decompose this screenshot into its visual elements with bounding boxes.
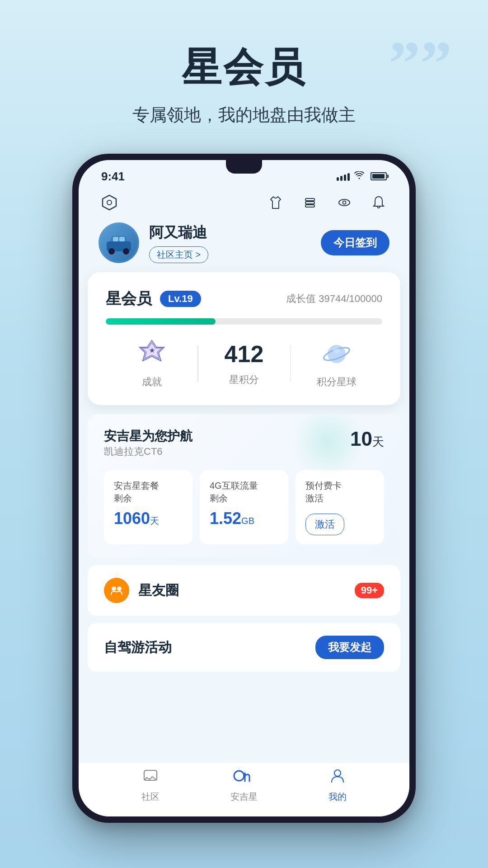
planet-icon <box>321 338 352 370</box>
service-activate-title: 预付费卡激活 <box>305 479 374 505</box>
phone-screen: 9:41 <box>79 160 409 816</box>
service-data-value: 1.52GB <box>210 509 278 528</box>
progress-bar <box>106 318 382 325</box>
checkin-button[interactable]: 今日签到 <box>321 230 389 255</box>
anjistar-days: 10天 <box>350 428 384 450</box>
svg-rect-3 <box>305 202 314 204</box>
svg-point-12 <box>123 248 129 255</box>
nav-icons-right <box>265 192 389 213</box>
anjistar-subtitle: 凯迪拉克CT6 <box>104 445 192 458</box>
svg-point-11 <box>108 248 115 255</box>
member-title: 星会员 <box>106 288 152 309</box>
status-bar: 9:41 <box>79 160 409 187</box>
service-item-data[interactable]: 4G互联流量剩余 1.52GB <box>200 470 288 544</box>
star-circle-badge: 99+ <box>355 583 384 598</box>
user-info: 阿又瑞迪 社区主页 > <box>149 223 208 263</box>
hexagon-icon[interactable] <box>99 192 120 213</box>
service-item-package[interactable]: 安吉星套餐剩余 1060天 <box>104 470 192 544</box>
planet-stat[interactable]: 积分星球 <box>291 338 382 389</box>
anjistar-card: 安吉星为您护航 凯迪拉克CT6 10天 安吉星套餐剩余 1060天 <box>88 414 400 558</box>
svg-point-19 <box>112 586 116 591</box>
star-circle-title: 星友圈 <box>138 581 179 600</box>
service-item-activate[interactable]: 预付费卡激活 激活 <box>296 470 384 544</box>
user-row: 阿又瑞迪 社区主页 > 今日签到 <box>79 218 409 272</box>
service-package-title: 安吉星套餐剩余 <box>114 479 183 505</box>
star-points-label: 星积分 <box>229 373 259 387</box>
planet-label: 积分星球 <box>317 375 357 389</box>
phone-mockup: 9:41 <box>72 154 416 823</box>
shirt-icon[interactable] <box>265 192 286 213</box>
svg-point-5 <box>339 199 350 206</box>
tab-community-label: 社区 <box>141 791 160 803</box>
road-trip-button[interactable]: 我要发起 <box>315 636 384 659</box>
signal-bars-icon <box>337 172 350 181</box>
svg-rect-9 <box>113 237 118 241</box>
page-subtitle: 专属领地，我的地盘由我做主 <box>0 104 488 127</box>
bell-icon[interactable] <box>368 192 389 213</box>
member-title-row: 星会员 Lv.19 <box>106 288 201 309</box>
svg-point-1 <box>107 200 112 205</box>
member-stats: ★ 成就 412 星积分 <box>106 338 382 389</box>
community-tab-icon <box>142 768 159 788</box>
svg-point-23 <box>334 770 341 776</box>
layers-icon[interactable] <box>299 192 321 213</box>
page-title: 星会员 <box>0 41 488 94</box>
svg-point-22 <box>234 771 244 781</box>
wifi-icon <box>354 171 364 182</box>
svg-rect-10 <box>119 237 125 241</box>
status-time: 9:41 <box>101 170 125 184</box>
road-trip-row[interactable]: 自驾游活动 我要发起 <box>88 623 400 672</box>
star-circle-left: 星友圈 <box>104 578 179 603</box>
user-name: 阿又瑞迪 <box>149 223 208 243</box>
svg-point-18 <box>333 349 340 353</box>
status-icons <box>337 171 387 182</box>
svg-point-20 <box>117 586 122 591</box>
achievement-stat[interactable]: ★ 成就 <box>106 338 197 389</box>
svg-rect-2 <box>305 198 314 201</box>
top-nav <box>79 187 409 218</box>
svg-marker-0 <box>103 195 116 210</box>
star-points-value: 412 <box>225 340 264 368</box>
anjistar-title: 安吉星为您护航 <box>104 428 192 445</box>
member-card-header: 星会员 Lv.19 成长值 39744/100000 <box>106 288 382 309</box>
star-points-stat[interactable]: 412 星积分 <box>198 340 290 387</box>
bottom-nav: 社区 安吉星 <box>79 762 409 816</box>
phone-frame: 9:41 <box>72 154 416 823</box>
tab-anjistar[interactable]: 安吉星 <box>230 768 258 803</box>
tab-community[interactable]: 社区 <box>141 768 160 803</box>
achievement-icon: ★ <box>136 338 168 370</box>
service-package-value: 1060天 <box>114 509 183 528</box>
user-left: 阿又瑞迪 社区主页 > <box>99 222 208 263</box>
growth-value: 成长值 39744/100000 <box>286 292 382 306</box>
service-grid: 安吉星套餐剩余 1060天 4G互联流量剩余 1.52GB <box>104 470 384 544</box>
service-data-title: 4G互联流量剩余 <box>210 479 278 505</box>
svg-text:★: ★ <box>149 347 155 354</box>
tab-anjistar-label: 安吉星 <box>230 791 258 803</box>
activate-button[interactable]: 激活 <box>305 514 344 535</box>
anjistar-header: 安吉星为您护航 凯迪拉克CT6 10天 <box>104 428 384 467</box>
growth-numbers: 39744/100000 <box>319 293 382 304</box>
achievement-label: 成就 <box>142 375 162 389</box>
battery-icon <box>371 172 387 180</box>
page-header: 星会员 专属领地，我的地盘由我做主 <box>0 0 488 127</box>
road-trip-title: 自驾游活动 <box>104 638 172 657</box>
svg-rect-4 <box>305 205 314 207</box>
community-link[interactable]: 社区主页 > <box>149 246 208 263</box>
svg-point-6 <box>343 201 346 204</box>
member-card: 星会员 Lv.19 成长值 39744/100000 <box>88 272 400 405</box>
star-circle-row[interactable]: 星友圈 99+ <box>88 565 400 616</box>
level-badge: Lv.19 <box>160 291 201 307</box>
progress-bar-fill <box>106 318 216 325</box>
on-logo-icon <box>232 768 256 788</box>
eye-icon[interactable] <box>333 192 355 213</box>
tab-my[interactable]: 我的 <box>328 768 347 803</box>
avatar <box>99 222 139 263</box>
user-tab-icon <box>329 768 346 788</box>
tab-my-label: 我的 <box>328 791 347 803</box>
star-circle-icon <box>104 578 129 603</box>
